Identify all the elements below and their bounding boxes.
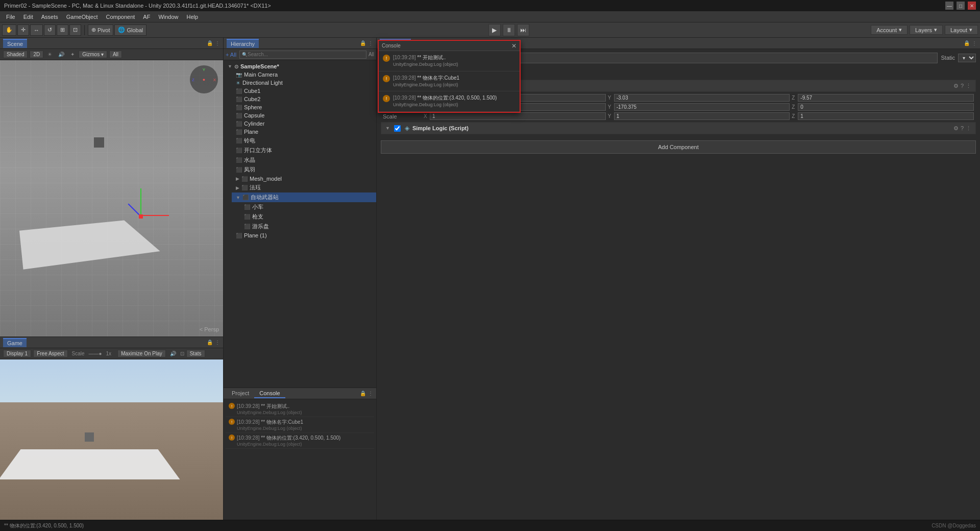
hierarchy-item-fajue[interactable]: ▶ ⬛ 法珏	[232, 183, 376, 192]
top-right-tools: Account ▾ Layers ▾ Layout ▾	[871, 25, 978, 35]
hierarchy-tab[interactable]: Hierarchy	[227, 39, 259, 48]
hierarchy-item-kaikoulifangti[interactable]: ⬛ 开口立方体	[232, 146, 376, 155]
menu-component[interactable]: Component	[102, 13, 139, 21]
pause-button[interactable]: ⏸	[503, 24, 515, 36]
stats-button[interactable]: Stats	[186, 350, 205, 357]
transform-help-icon[interactable]: ?	[961, 83, 964, 89]
hierarchy-item-maincamera[interactable]: 📷 Main Camera	[232, 70, 376, 79]
inspector-script-component[interactable]: ▼ ◈ Simple Logic (Script) ⚙ ? ⋮	[381, 122, 976, 134]
all-button[interactable]: All	[109, 51, 122, 58]
fajue-name: 法珏	[250, 184, 261, 191]
maximize-on-play-button[interactable]: Maximize On Play	[117, 350, 166, 357]
popup-timestamp-2: [10:39:28]	[393, 75, 415, 81]
maximize-button[interactable]: □	[957, 2, 965, 10]
aspect-dropdown[interactable]: Free Aspect	[33, 350, 67, 357]
step-button[interactable]: ⏭	[517, 24, 529, 36]
minimize-button[interactable]: —	[945, 2, 953, 10]
console-popup-close[interactable]: ✕	[511, 42, 517, 50]
meshmodel-icon: ⬛	[241, 176, 248, 182]
pivot-button[interactable]: ⊕ Pivot	[88, 25, 113, 36]
scene-canvas[interactable]: ● X Y Z	[0, 60, 223, 336]
menu-help[interactable]: Help	[183, 13, 203, 21]
menu-edit[interactable]: Edit	[19, 13, 37, 21]
hierarchy-item-directionallight[interactable]: ☀ Directional Light	[232, 79, 376, 87]
bottom-lock-icon[interactable]: 🔒	[360, 391, 366, 396]
hierarchy-item-plane[interactable]: ⬛ Plane	[232, 128, 376, 136]
hierarchy-item-capsule[interactable]: ⬛ Capsule	[232, 111, 376, 119]
transform-settings-icon[interactable]: ⚙	[953, 83, 959, 89]
hierarchy-item-cylinder[interactable]: ⬛ Cylinder	[232, 119, 376, 128]
gizmos-button[interactable]: Gizmos ▾	[79, 51, 107, 58]
hierarchy-search-box[interactable]: 🔍	[239, 51, 366, 59]
hierarchy-more-icon[interactable]: ⋮	[368, 40, 373, 46]
hierarchy-item-shuijing[interactable]: ⬛ 水晶	[232, 155, 376, 165]
hierarchy-item-xiaoche[interactable]: ⬛ 小车	[240, 202, 376, 212]
tool-rotate[interactable]: ↔	[30, 25, 43, 36]
scale-y-input[interactable]	[614, 112, 790, 120]
hierarchy-search-input[interactable]	[248, 52, 364, 57]
rotation-z-input[interactable]	[798, 103, 974, 111]
tool-transform[interactable]: ⊡	[69, 25, 81, 36]
script-settings-icon[interactable]: ⚙	[953, 125, 959, 132]
scale-x-input[interactable]	[430, 112, 606, 120]
tool-move[interactable]: ✛	[17, 25, 29, 36]
inspector-more-icon[interactable]: ⋮	[972, 40, 977, 46]
hierarchy-item-cube1[interactable]: ⬛ Cube1	[232, 87, 376, 95]
play-button[interactable]: ▶	[488, 24, 501, 36]
script-enable-checkbox[interactable]	[394, 125, 401, 132]
hierarchy-item-lingdian[interactable]: ⬛ 铃电	[232, 136, 376, 146]
hierarchy-item-cube2[interactable]: ⬛ Cube2	[232, 95, 376, 103]
hierarchy-item-meshmodel[interactable]: ▶ ⬛ Mesh_model	[232, 175, 376, 183]
position-y-input[interactable]	[614, 94, 790, 102]
global-button[interactable]: 🌐 Global	[114, 25, 146, 36]
shuijing-name: 水晶	[244, 156, 255, 164]
shading-dropdown[interactable]: Shaded	[3, 51, 28, 58]
game-tab[interactable]: Game	[3, 338, 27, 347]
layers-button[interactable]: Layers ▾	[910, 25, 943, 35]
game-plane	[0, 449, 180, 479]
close-button[interactable]: ✕	[968, 2, 976, 10]
popup-source-2: UnityEngine.Debug:Log (object)	[393, 82, 459, 88]
layout-button[interactable]: Layout ▾	[945, 25, 978, 35]
tab-project[interactable]: Project	[227, 389, 254, 398]
script-help-icon[interactable]: ?	[961, 125, 964, 132]
add-component-button[interactable]: Add Component	[381, 140, 976, 154]
hierarchy-item-qiangzhi[interactable]: ⬛ 枪支	[240, 212, 376, 222]
gizmo-x-label: X	[213, 77, 216, 82]
bottom-center-header-tools: 🔒 ⋮	[360, 391, 373, 396]
account-button[interactable]: Account ▾	[871, 25, 908, 35]
menu-af[interactable]: AF	[139, 13, 154, 21]
tool-hand[interactable]: ✋	[2, 25, 16, 36]
hierarchy-item-plane1[interactable]: ⬛ Plane (1)	[232, 231, 376, 239]
menu-window[interactable]: Window	[154, 13, 182, 21]
static-dropdown[interactable]: ▾	[958, 54, 976, 62]
tab-console[interactable]: Console	[254, 389, 285, 398]
scene-lock-icon[interactable]: 🔒	[207, 40, 213, 46]
game-canvas[interactable]	[0, 359, 223, 531]
hierarchy-lock-icon[interactable]: 🔒	[360, 40, 366, 46]
transform-menu-icon[interactable]: ⋮	[966, 83, 971, 89]
game-more-icon[interactable]: ⋮	[215, 340, 220, 345]
hierarchy-add-button[interactable]: + All	[226, 52, 236, 58]
bottom-more-icon[interactable]: ⋮	[368, 391, 373, 396]
rotation-y-input[interactable]	[614, 103, 790, 111]
2d-button[interactable]: 2D	[30, 51, 43, 58]
scene-more-icon[interactable]: ⋮	[215, 40, 220, 46]
menu-assets[interactable]: Assets	[37, 13, 62, 21]
tool-rect[interactable]: ⊞	[57, 25, 68, 36]
position-z-input[interactable]	[798, 94, 974, 102]
hierarchy-item-zidongwuqizhan[interactable]: ▼ ⬛ 自动武器站	[232, 192, 376, 202]
scale-z-input[interactable]	[798, 112, 974, 120]
tool-scale[interactable]: ↺	[44, 25, 56, 36]
game-lock-icon[interactable]: 🔒	[207, 340, 213, 345]
menu-gameobject[interactable]: GameObject	[62, 13, 102, 21]
display-dropdown[interactable]: Display 1	[3, 350, 31, 357]
script-menu-icon[interactable]: ⋮	[966, 125, 971, 132]
hierarchy-item-youlepan[interactable]: ⬛ 游乐盘	[240, 222, 376, 231]
scene-tab[interactable]: Scene	[3, 39, 27, 48]
hierarchy-item-samplescene[interactable]: ▼ ⊙ SampleScene*	[224, 62, 376, 70]
menu-file[interactable]: File	[2, 13, 19, 21]
inspector-lock-icon[interactable]: 🔒	[964, 40, 970, 46]
hierarchy-item-sphere[interactable]: ⬛ Sphere	[232, 103, 376, 111]
hierarchy-item-fengyu[interactable]: ⬛ 凤羽	[232, 165, 376, 175]
